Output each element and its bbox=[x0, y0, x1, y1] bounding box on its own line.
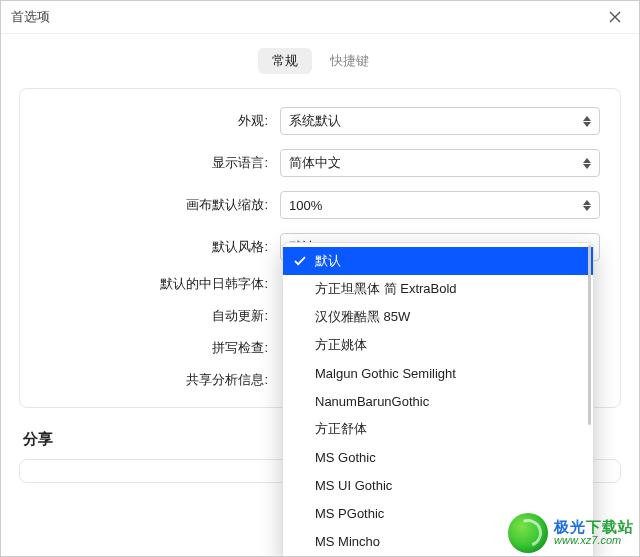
dropdown-item[interactable]: 汉仪雅酷黑 85W bbox=[283, 303, 593, 331]
dropdown-item-label: MS UI Gothic bbox=[315, 478, 392, 493]
preferences-window: 首选项 常规 快捷键 外观: 系统默认 显示语言: bbox=[0, 0, 640, 557]
dropdown-item[interactable]: MS PGothic bbox=[283, 499, 593, 527]
label-language: 显示语言: bbox=[30, 154, 280, 172]
select-value: 100% bbox=[289, 198, 322, 213]
window-title: 首选项 bbox=[11, 8, 50, 26]
select-value: 系统默认 bbox=[289, 112, 341, 130]
select-default-zoom[interactable]: 100% bbox=[280, 191, 600, 219]
dropdown-item-label: 默认 bbox=[315, 252, 341, 270]
dropdown-item-label: NanumBarunGothic bbox=[315, 394, 429, 409]
dropdown-item[interactable]: Malgun Gothic Semilight bbox=[283, 359, 593, 387]
dropdown-item-label: 汉仪雅酷黑 85W bbox=[315, 308, 410, 326]
caret-icon bbox=[583, 200, 591, 211]
dropdown-item-label: 方正坦黑体 简 ExtraBold bbox=[315, 280, 457, 298]
row-default-zoom: 画布默认缩放: 100% bbox=[30, 191, 600, 219]
check-icon bbox=[293, 255, 307, 267]
caret-icon bbox=[583, 116, 591, 127]
tabs: 常规 快捷键 bbox=[1, 34, 639, 84]
tab-shortcuts[interactable]: 快捷键 bbox=[316, 48, 383, 74]
dropdown-item-label: 方正姚体 bbox=[315, 336, 367, 354]
close-button[interactable] bbox=[601, 7, 629, 27]
dropdown-scrollbar[interactable] bbox=[588, 245, 591, 425]
dropdown-item[interactable]: 方正舒体 bbox=[283, 415, 593, 443]
label-cjk-font: 默认的中日韩字体: bbox=[30, 275, 280, 293]
select-appearance[interactable]: 系统默认 bbox=[280, 107, 600, 135]
content-area: 外观: 系统默认 显示语言: 简体中文 bbox=[1, 84, 639, 556]
dropdown-item-label: Malgun Gothic Semilight bbox=[315, 366, 456, 381]
dropdown-item[interactable]: 方正坦黑体 简 ExtraBold bbox=[283, 275, 593, 303]
dropdown-item-label: MS Gothic bbox=[315, 450, 376, 465]
titlebar: 首选项 bbox=[1, 1, 639, 34]
row-appearance: 外观: 系统默认 bbox=[30, 107, 600, 135]
tab-general[interactable]: 常规 bbox=[258, 48, 312, 74]
dropdown-item[interactable]: NanumBarunGothic bbox=[283, 387, 593, 415]
dropdown-item-label: MS Mincho bbox=[315, 534, 380, 549]
label-default-zoom: 画布默认缩放: bbox=[30, 196, 280, 214]
select-value: 简体中文 bbox=[289, 154, 341, 172]
dropdown-item[interactable]: MS Gothic bbox=[283, 443, 593, 471]
row-language: 显示语言: 简体中文 bbox=[30, 149, 600, 177]
label-appearance: 外观: bbox=[30, 112, 280, 130]
style-dropdown: 默认方正坦黑体 简 ExtraBold汉仪雅酷黑 85W方正姚体Malgun G… bbox=[282, 242, 594, 556]
dropdown-item[interactable]: 方正姚体 bbox=[283, 331, 593, 359]
dropdown-item[interactable]: MS UI Gothic bbox=[283, 471, 593, 499]
dropdown-item-label: 方正舒体 bbox=[315, 420, 367, 438]
dropdown-item-label: MS PGothic bbox=[315, 506, 384, 521]
select-language[interactable]: 简体中文 bbox=[280, 149, 600, 177]
dropdown-item[interactable]: MS Mincho bbox=[283, 527, 593, 555]
close-icon bbox=[609, 11, 621, 23]
label-spell-check: 拼写检查: bbox=[30, 339, 280, 357]
label-default-style: 默认风格: bbox=[30, 238, 280, 256]
label-auto-update: 自动更新: bbox=[30, 307, 280, 325]
dropdown-item[interactable]: 默认 bbox=[283, 247, 593, 275]
label-share-analytics: 共享分析信息: bbox=[30, 371, 280, 389]
caret-icon bbox=[583, 158, 591, 169]
